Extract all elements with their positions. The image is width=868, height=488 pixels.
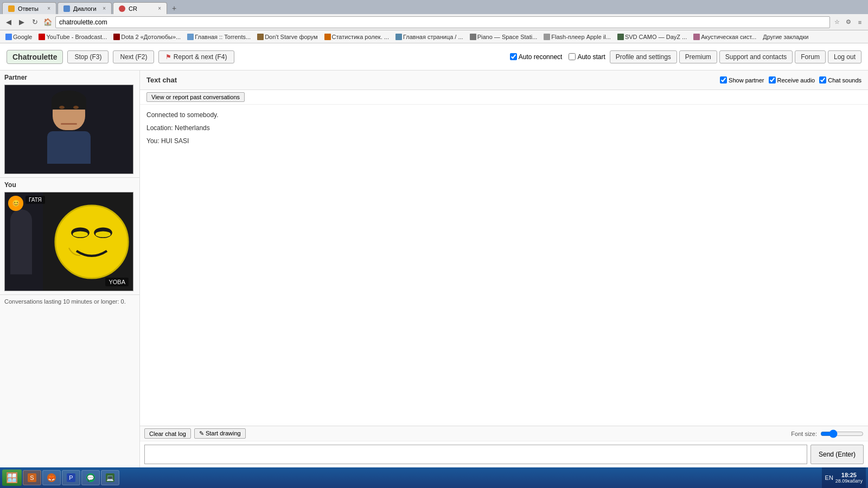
taskbar-app-2[interactable]: 🦊 [42, 470, 61, 485]
auto-reconnect-check[interactable]: Auto reconnect [510, 53, 563, 61]
auto-start-input[interactable] [569, 53, 576, 60]
chat-sounds-input[interactable] [819, 76, 826, 84]
auto-start-check[interactable]: Auto start [569, 53, 605, 61]
logo-button[interactable]: Chatroulette [7, 50, 63, 64]
bookmark-main-label: Главная страница / ... [403, 34, 463, 40]
page-content: Chatroulette Stop (F3) Next (F2) ⚑ Repor… [0, 43, 868, 467]
partner-section: Partner [0, 70, 139, 178]
report-next-button[interactable]: ⚑ Report & next (F4) [158, 50, 234, 63]
bookmark-stats[interactable]: Статистика ролек. ... [322, 33, 391, 41]
bookmark-torrents-label: Главная :: Torrents... [195, 34, 251, 40]
font-size-control: Font size: [791, 429, 864, 438]
show-partner-input[interactable] [720, 76, 727, 84]
message-user-text: You: HUI SASI [146, 137, 189, 145]
forward-button[interactable]: ▶ [16, 17, 27, 28]
gata-tag: ГАТЯ [25, 196, 45, 204]
chat-sounds-check[interactable]: Chat sounds [819, 76, 861, 84]
bookmark-other[interactable]: Другие закладки [761, 33, 810, 41]
bookmark-torrents-icon [187, 34, 194, 40]
clear-chat-button[interactable]: Clear chat log [144, 428, 191, 439]
new-tab-button[interactable]: + [168, 2, 180, 14]
receive-audio-label: Receive audio [777, 77, 815, 84]
stop-button[interactable]: Stop (F3) [67, 50, 108, 63]
address-bar[interactable] [55, 16, 830, 28]
bookmark-acoustic-icon [693, 34, 700, 40]
bookmark-google[interactable]: Google [3, 33, 34, 41]
tab-label-dialogi: Диалоги [73, 5, 97, 12]
bookmark-piano[interactable]: Piano — Space Stati... [468, 33, 540, 41]
back-button[interactable]: ◀ [3, 17, 14, 28]
bookmark-flash-label: Flash-плеер Apple il... [551, 34, 611, 40]
chat-input-area: Send (Enter) [140, 441, 868, 467]
refresh-button[interactable]: ↻ [29, 17, 40, 28]
home-button[interactable]: 🏠 [42, 17, 53, 28]
start-button[interactable]: 🪟 [2, 470, 22, 486]
partner-video [4, 85, 133, 174]
tab-close-cr[interactable]: × [158, 5, 161, 11]
you-section: You [0, 178, 139, 295]
send-button[interactable]: Send (Enter) [810, 445, 864, 464]
bookmark-dota[interactable]: Dota 2 «Дотолюбы»... [111, 33, 183, 41]
chat-toolbar-left: Clear chat log ✎ Start drawing [144, 428, 246, 439]
nav-bar: ◀ ▶ ↻ 🏠 ☆ ⚙ ≡ [0, 14, 868, 30]
start-drawing-button[interactable]: ✎ Start drawing [194, 428, 246, 439]
auto-reconnect-input[interactable] [510, 53, 517, 60]
tray-date: 28.09кабату [835, 478, 863, 484]
small-avatar: 😊 [8, 196, 23, 211]
bookmark-dontstarve[interactable]: Don't Starve форум [255, 33, 320, 41]
chat-toolbar: Clear chat log ✎ Start drawing Font size… [140, 426, 868, 441]
tab-close-answers[interactable]: × [47, 5, 50, 11]
taskbar-app-3[interactable]: P [62, 470, 80, 485]
site-header: Chatroulette Stop (F3) Next (F2) ⚑ Repor… [0, 43, 868, 70]
profile-button[interactable]: Profile and settings [610, 50, 677, 63]
message-location: Location: Netherlands [146, 123, 861, 133]
svg-point-6 [95, 242, 98, 245]
bookmark-stats-icon [324, 34, 331, 40]
taskbar-icon-1: S [28, 473, 36, 482]
taskbar-app-5[interactable]: 💻 [101, 470, 119, 485]
next-button[interactable]: Next (F2) [113, 50, 154, 63]
bookmark-flash[interactable]: Flash-плеер Apple il... [541, 33, 613, 41]
receive-audio-check[interactable]: Receive audio [769, 76, 815, 84]
tab-close-dialogi[interactable]: × [103, 5, 106, 11]
bookmark-main[interactable]: Главная страница / ... [393, 33, 465, 41]
tab-dialogi[interactable]: Диалоги × [58, 2, 112, 14]
logout-button[interactable]: Log out [828, 50, 861, 63]
bookmark-google-label: Google [13, 34, 32, 40]
tray-clock: 18:25 28.09кабату [835, 472, 863, 484]
receive-audio-input[interactable] [769, 76, 776, 84]
support-button[interactable]: Support and contacts [719, 50, 793, 63]
taskbar-app-4[interactable]: 💬 [81, 470, 100, 485]
settings-icon[interactable]: ⚙ [844, 17, 853, 27]
auto-reconnect-label: Auto reconnect [519, 53, 563, 61]
tab-answers[interactable]: Ответы × [2, 2, 56, 14]
svg-point-0 [55, 205, 128, 278]
font-size-label: Font size: [791, 431, 817, 437]
taskbar-app-1[interactable]: S [23, 470, 41, 485]
bookmark-icon[interactable]: ☆ [832, 17, 842, 27]
tab-label-cr: CR [129, 5, 137, 12]
bookmark-youtube[interactable]: YouTube - Broadcast... [36, 33, 109, 41]
show-partner-check[interactable]: Show partner [720, 76, 764, 84]
forum-button[interactable]: Forum [795, 50, 826, 63]
tab-icon-answers [8, 5, 15, 12]
view-past-button[interactable]: View or report past conversations [146, 92, 245, 102]
premium-button[interactable]: Premium [679, 50, 717, 63]
bookmark-svd[interactable]: SVD CAMO — DayZ ... [615, 33, 689, 41]
taskbar-icon-5: 💻 [106, 473, 114, 482]
tray-language[interactable]: EN [825, 474, 833, 481]
taskbar-tray: EN 18:25 28.09кабату [822, 467, 866, 488]
bookmark-other-label: Другие закладки [763, 34, 808, 40]
menu-icon[interactable]: ≡ [855, 17, 865, 27]
tab-cr[interactable]: CR × [113, 2, 167, 14]
tab-icon-dialogi [63, 5, 70, 12]
meme-face-svg [54, 204, 130, 280]
font-size-slider[interactable] [820, 429, 864, 438]
chat-title: Text chat [146, 76, 177, 84]
bookmark-dontstarve-label: Don't Starve форум [265, 34, 317, 40]
bookmark-torrents[interactable]: Главная :: Torrents... [185, 33, 253, 41]
bookmarks-bar: Google YouTube - Broadcast... Dota 2 «До… [0, 30, 868, 43]
chat-input[interactable] [144, 445, 807, 464]
main-layout: Partner [0, 70, 868, 467]
bookmark-acoustic[interactable]: Акустическая сист... [691, 33, 758, 41]
